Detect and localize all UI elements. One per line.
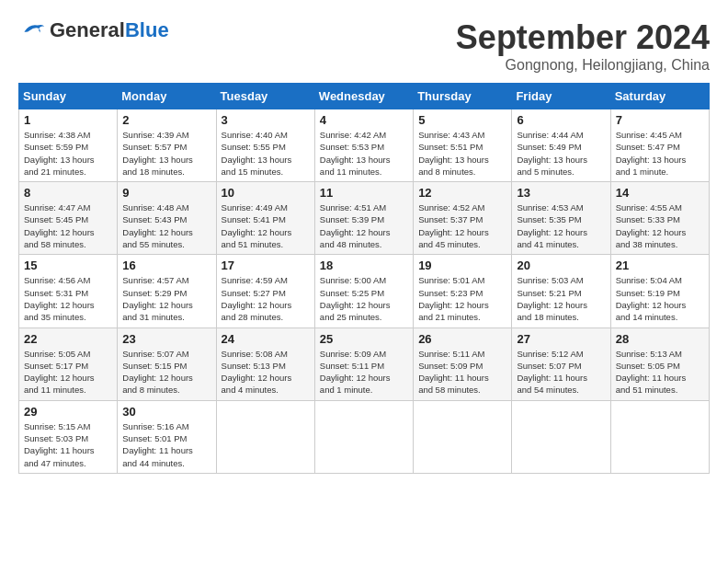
title-section: September 2024 Gongnong, Heilongjiang, C… [456,18,710,74]
calendar-cell: 2Sunrise: 4:39 AM Sunset: 5:57 PM Daylig… [118,109,216,182]
calendar-week-4: 29Sunrise: 5:15 AM Sunset: 5:03 PM Dayli… [19,400,710,473]
calendar-cell [216,400,314,473]
calendar-cell: 17Sunrise: 4:59 AM Sunset: 5:27 PM Dayli… [216,255,314,327]
day-number: 12 [418,186,506,200]
day-info: Sunrise: 4:43 AM Sunset: 5:51 PM Dayligh… [418,129,506,178]
day-number: 18 [320,259,408,272]
calendar-cell: 22Sunrise: 5:05 AM Sunset: 5:17 PM Dayli… [19,327,118,400]
day-number: 11 [320,186,408,200]
day-info: Sunrise: 4:42 AM Sunset: 5:53 PM Dayligh… [320,129,408,178]
day-number: 15 [24,259,112,272]
day-info: Sunrise: 5:15 AM Sunset: 5:03 PM Dayligh… [24,420,112,469]
day-info: Sunrise: 5:01 AM Sunset: 5:23 PM Dayligh… [418,274,506,323]
calendar-header: Sunday Monday Tuesday Wednesday Thursday… [19,84,710,109]
day-number: 22 [24,332,112,346]
day-number: 16 [122,259,210,272]
day-number: 29 [24,405,112,419]
calendar-table: Sunday Monday Tuesday Wednesday Thursday… [18,83,710,474]
day-info: Sunrise: 5:12 AM Sunset: 5:07 PM Dayligh… [517,348,605,396]
col-wednesday: Wednesday [314,84,413,109]
day-info: Sunrise: 4:40 AM Sunset: 5:55 PM Dayligh… [222,129,310,178]
day-number: 28 [616,332,704,346]
day-info: Sunrise: 5:16 AM Sunset: 5:01 PM Dayligh… [122,420,210,469]
calendar-cell: 7Sunrise: 4:45 AM Sunset: 5:47 PM Daylig… [610,109,709,182]
calendar-cell: 14Sunrise: 4:55 AM Sunset: 5:33 PM Dayli… [610,182,709,255]
calendar-cell: 29Sunrise: 5:15 AM Sunset: 5:03 PM Dayli… [19,400,118,473]
day-number: 17 [222,259,310,272]
calendar-cell [414,400,512,473]
day-number: 1 [24,113,112,127]
day-info: Sunrise: 5:04 AM Sunset: 5:19 PM Dayligh… [616,274,704,323]
day-number: 21 [616,259,704,272]
calendar-week-0: 1Sunrise: 4:38 AM Sunset: 5:59 PM Daylig… [19,109,710,182]
calendar-cell: 6Sunrise: 4:44 AM Sunset: 5:49 PM Daylig… [512,109,610,182]
calendar-cell: 9Sunrise: 4:48 AM Sunset: 5:43 PM Daylig… [118,182,216,255]
calendar-cell: 18Sunrise: 5:00 AM Sunset: 5:25 PM Dayli… [314,255,413,327]
calendar-cell: 13Sunrise: 4:53 AM Sunset: 5:35 PM Dayli… [512,182,610,255]
day-info: Sunrise: 4:45 AM Sunset: 5:47 PM Dayligh… [616,129,704,178]
calendar-cell: 26Sunrise: 5:11 AM Sunset: 5:09 PM Dayli… [414,327,512,400]
day-info: Sunrise: 5:13 AM Sunset: 5:05 PM Dayligh… [616,348,704,396]
day-info: Sunrise: 5:11 AM Sunset: 5:09 PM Dayligh… [418,348,506,396]
day-info: Sunrise: 5:09 AM Sunset: 5:11 PM Dayligh… [320,348,408,396]
calendar-cell [512,400,610,473]
day-info: Sunrise: 4:44 AM Sunset: 5:49 PM Dayligh… [517,129,605,178]
day-info: Sunrise: 5:05 AM Sunset: 5:17 PM Dayligh… [24,348,112,396]
page-container: GeneralBlue September 2024 Gongnong, Hei… [18,18,710,474]
day-number: 13 [517,186,605,200]
col-tuesday: Tuesday [216,84,314,109]
col-saturday: Saturday [610,84,709,109]
day-info: Sunrise: 4:47 AM Sunset: 5:45 PM Dayligh… [24,201,112,250]
day-number: 9 [122,186,210,200]
calendar-cell: 12Sunrise: 4:52 AM Sunset: 5:37 PM Dayli… [414,182,512,255]
day-number: 6 [517,113,605,127]
logo-icon [18,21,46,40]
day-info: Sunrise: 4:56 AM Sunset: 5:31 PM Dayligh… [24,274,112,323]
day-info: Sunrise: 4:39 AM Sunset: 5:57 PM Dayligh… [122,129,210,178]
day-number: 14 [616,186,704,200]
day-info: Sunrise: 4:52 AM Sunset: 5:37 PM Dayligh… [418,201,506,250]
day-number: 7 [616,113,704,127]
day-info: Sunrise: 4:49 AM Sunset: 5:41 PM Dayligh… [222,201,310,250]
calendar-cell: 25Sunrise: 5:09 AM Sunset: 5:11 PM Dayli… [314,327,413,400]
calendar-cell: 1Sunrise: 4:38 AM Sunset: 5:59 PM Daylig… [19,109,118,182]
day-number: 26 [418,332,506,346]
calendar-cell: 8Sunrise: 4:47 AM Sunset: 5:45 PM Daylig… [19,182,118,255]
logo-text: GeneralBlue [50,18,169,42]
col-friday: Friday [512,84,610,109]
day-info: Sunrise: 5:03 AM Sunset: 5:21 PM Dayligh… [517,274,605,323]
calendar-cell: 19Sunrise: 5:01 AM Sunset: 5:23 PM Dayli… [414,255,512,327]
day-info: Sunrise: 5:00 AM Sunset: 5:25 PM Dayligh… [320,274,408,323]
calendar-cell: 5Sunrise: 4:43 AM Sunset: 5:51 PM Daylig… [414,109,512,182]
calendar-cell: 23Sunrise: 5:07 AM Sunset: 5:15 PM Dayli… [118,327,216,400]
day-number: 25 [320,332,408,346]
calendar-cell: 20Sunrise: 5:03 AM Sunset: 5:21 PM Dayli… [512,255,610,327]
calendar-cell: 10Sunrise: 4:49 AM Sunset: 5:41 PM Dayli… [216,182,314,255]
day-number: 8 [24,186,112,200]
month-title: September 2024 [456,18,710,57]
logo: GeneralBlue [18,18,169,42]
calendar-cell: 24Sunrise: 5:08 AM Sunset: 5:13 PM Dayli… [216,327,314,400]
calendar-cell: 11Sunrise: 4:51 AM Sunset: 5:39 PM Dayli… [314,182,413,255]
day-number: 19 [418,259,506,272]
calendar-body: 1Sunrise: 4:38 AM Sunset: 5:59 PM Daylig… [19,109,710,474]
calendar-week-3: 22Sunrise: 5:05 AM Sunset: 5:17 PM Dayli… [19,327,710,400]
day-number: 4 [320,113,408,127]
col-thursday: Thursday [414,84,512,109]
day-number: 24 [222,332,310,346]
day-info: Sunrise: 4:48 AM Sunset: 5:43 PM Dayligh… [122,201,210,250]
day-number: 20 [517,259,605,272]
day-info: Sunrise: 4:57 AM Sunset: 5:29 PM Dayligh… [122,274,210,323]
header: GeneralBlue September 2024 Gongnong, Hei… [18,18,710,74]
day-number: 10 [222,186,310,200]
header-row: Sunday Monday Tuesday Wednesday Thursday… [19,84,710,109]
calendar-cell: 28Sunrise: 5:13 AM Sunset: 5:05 PM Dayli… [610,327,709,400]
calendar-cell: 27Sunrise: 5:12 AM Sunset: 5:07 PM Dayli… [512,327,610,400]
day-number: 5 [418,113,506,127]
calendar-cell: 21Sunrise: 5:04 AM Sunset: 5:19 PM Dayli… [610,255,709,327]
calendar-cell: 30Sunrise: 5:16 AM Sunset: 5:01 PM Dayli… [118,400,216,473]
calendar-cell: 16Sunrise: 4:57 AM Sunset: 5:29 PM Dayli… [118,255,216,327]
day-info: Sunrise: 4:59 AM Sunset: 5:27 PM Dayligh… [222,274,310,323]
calendar-cell: 4Sunrise: 4:42 AM Sunset: 5:53 PM Daylig… [314,109,413,182]
col-sunday: Sunday [19,84,118,109]
